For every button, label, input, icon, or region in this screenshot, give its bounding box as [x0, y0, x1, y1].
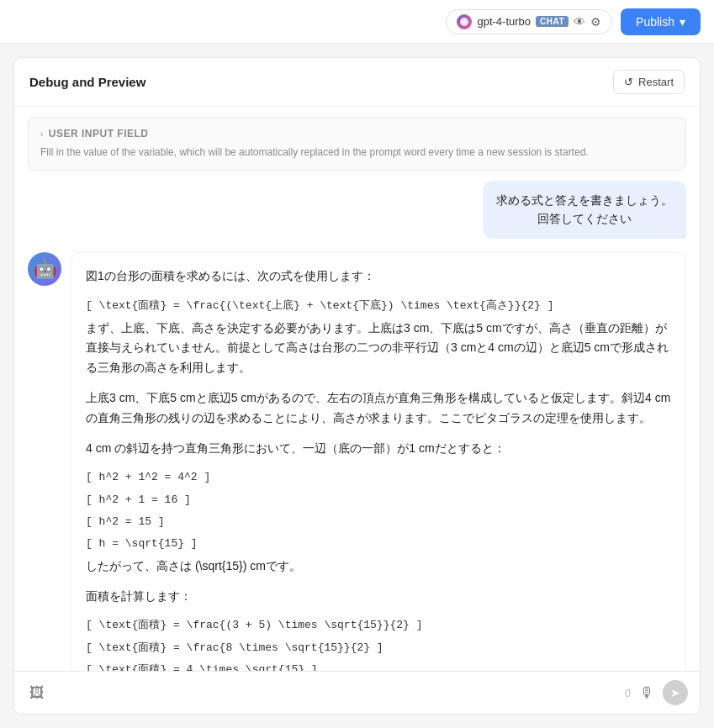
mic-icon[interactable]: 🎙 [639, 684, 654, 702]
topbar: gpt-4-turbo CHAT 👁 ⚙ Publish ▾ [0, 0, 714, 44]
restart-icon: ↺ [624, 76, 633, 88]
ai-avatar-icon: 🤖 [34, 258, 56, 280]
restart-button[interactable]: ↺ Restart [613, 70, 685, 94]
send-button[interactable]: ➤ [663, 680, 688, 705]
chevron-icon: › [40, 129, 44, 139]
model-icon [457, 14, 472, 29]
ai-math-8: [ \text{面積} = 4 \times \sqrt{15} ] [86, 661, 672, 671]
ai-para-3: 上底3 cm、下底5 cmと底辺5 cmがあるので、左右の頂点が直角三角形を構成… [86, 388, 672, 429]
ai-para-1: 図1の台形の面積を求めるには、次の式を使用します： [86, 266, 672, 287]
chat-area: 求める式と答えを書きましょう。 回答してください 🤖 図1の台形の面積を求めるに… [14, 181, 700, 671]
publish-button[interactable]: Publish ▾ [621, 8, 701, 35]
ai-math-6: [ \text{面積} = \frac{(3 + 5) \times \sqrt… [86, 616, 672, 635]
ai-para-4: 4 cm の斜辺を持つ直角三角形において、一辺（底の一部）が1 cmだとすると： [86, 439, 672, 459]
debug-panel-title: Debug and Preview [29, 75, 145, 89]
chat-badge: CHAT [536, 16, 569, 27]
ai-message-content: 図1の台形の面積を求めるには、次の式を使用します： [ \text{面積} = … [71, 252, 686, 671]
send-icon: ➤ [670, 686, 680, 699]
debug-panel-header: Debug and Preview ↺ Restart [14, 58, 700, 107]
main-content: Debug and Preview ↺ Restart › USER INPUT… [0, 44, 714, 728]
user-message-line-2: 回答してください [496, 209, 673, 228]
model-name: gpt-4-turbo [477, 15, 531, 28]
ai-math-1: [ \text{面積} = \frac{(\text{上底} + \text{下… [86, 297, 672, 315]
ai-para-6: 面積を計算します： [86, 587, 672, 607]
ai-math-2: [ h^2 + 1^2 = 4^2 ] [86, 468, 672, 487]
user-input-section: › USER INPUT FIELD Fill in the value of … [28, 117, 686, 171]
ai-message-container: 🤖 図1の台形の面積を求めるには、次の式を使用します： [ \text{面積} … [28, 252, 686, 671]
ai-para-5: したがって、高さは (\sqrt{15}) cmです。 [86, 557, 672, 577]
ai-math-3: [ h^2 + 1 = 16 ] [86, 491, 672, 509]
char-count: 0 [625, 687, 631, 699]
sliders-icon: ⚙ [590, 15, 601, 29]
user-message-line-1: 求める式と答えを書きましょう。 [496, 191, 673, 209]
eye-icon: 👁 [574, 15, 585, 29]
model-selector[interactable]: gpt-4-turbo CHAT 👁 ⚙ [446, 9, 612, 34]
attach-icon[interactable]: 🖼 [26, 681, 48, 705]
debug-panel: Debug and Preview ↺ Restart › USER INPUT… [13, 57, 701, 715]
ai-math-5: [ h = \sqrt{15} ] [86, 535, 672, 553]
ai-para-2: まず、上底、下底、高さを決定する必要があります。上底は3 cm、下底は5 cmで… [86, 319, 672, 378]
chat-input[interactable] [56, 686, 616, 699]
ai-avatar: 🤖 [28, 252, 61, 286]
user-message-container: 求める式と答えを書きましょう。 回答してください [28, 181, 686, 239]
ai-math-4: [ h^2 = 15 ] [86, 513, 672, 531]
input-bar: 🖼 0 🎙 ➤ [14, 671, 700, 714]
user-input-label: › USER INPUT FIELD [40, 128, 674, 140]
ai-math-7: [ \text{面積} = \frac{8 \times \sqrt{15}}{… [86, 639, 672, 657]
user-message-bubble: 求める式と答えを書きましょう。 回答してください [483, 181, 686, 239]
user-input-description: Fill in the value of the variable, which… [40, 145, 674, 160]
